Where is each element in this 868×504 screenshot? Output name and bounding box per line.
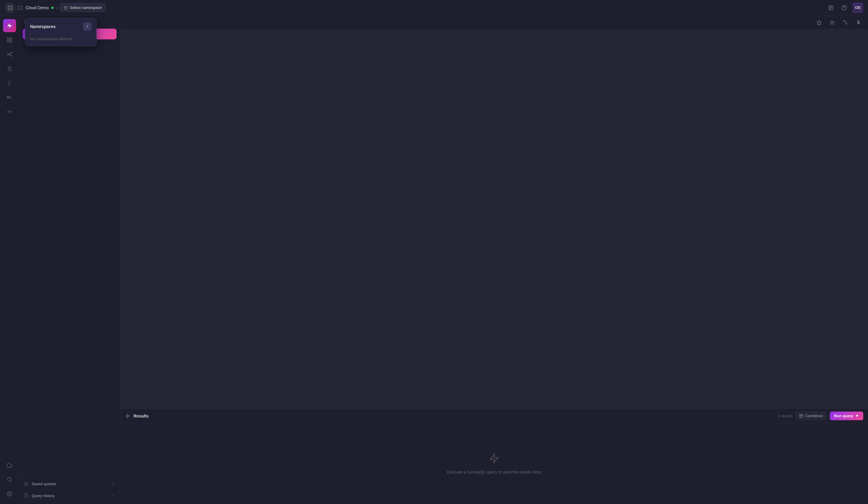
topbar-left: Cloud Demo › Select namespace	[5, 2, 105, 13]
svg-line-15	[8, 53, 10, 54]
project-name: Cloud Demo	[18, 6, 54, 10]
results-count: 0 results	[778, 414, 792, 418]
results-empty-icon	[489, 453, 499, 466]
namespaces-title: Namespaces	[30, 24, 56, 29]
grid-icon	[7, 37, 12, 43]
app-name-label: Cloud Demo	[25, 6, 49, 10]
combined-button[interactable]: Combined	[796, 412, 826, 420]
namespaces-dropdown-header: Namespaces +	[25, 18, 96, 34]
svg-point-13	[10, 52, 11, 53]
results-header: Results 0 results Combined Run query	[121, 409, 868, 423]
toolbar-wand-button[interactable]	[840, 18, 850, 28]
lock-icon	[7, 66, 12, 71]
topbar-help-button[interactable]	[839, 3, 849, 12]
saved-queries-star-icon	[24, 481, 29, 486]
toolbar-star-button[interactable]	[814, 18, 824, 28]
main-content: $ Results 0 results Combined	[121, 16, 868, 504]
bolt-icon	[7, 23, 12, 29]
saved-queries-chevron-icon	[111, 482, 115, 486]
sidebar-item-graph[interactable]	[3, 33, 16, 47]
results-panel: Results 0 results Combined Run query	[121, 409, 868, 504]
query-history-item[interactable]: Query history	[19, 490, 120, 502]
svg-rect-8	[7, 38, 9, 40]
add-namespace-button[interactable]: +	[83, 22, 92, 31]
svg-marker-24	[24, 482, 28, 485]
settings-icon	[7, 491, 12, 496]
svg-rect-31	[800, 414, 803, 417]
explorer-icon	[7, 51, 12, 57]
combined-list-icon	[799, 414, 803, 418]
svg-line-19	[10, 481, 11, 481]
namespace-icon	[64, 6, 68, 10]
saved-queries-item[interactable]: Saved queries	[19, 478, 120, 490]
toolbar-list-icon	[829, 20, 835, 26]
query-icon	[828, 5, 834, 10]
sidebar-item-ml[interactable]: ML	[3, 91, 16, 104]
sidebar-item-queries[interactable]	[3, 19, 16, 32]
sidebar-item-auth[interactable]	[3, 62, 16, 75]
run-query-button[interactable]: Run query	[830, 412, 863, 420]
results-bolt-icon	[125, 414, 130, 419]
help-icon	[841, 5, 847, 10]
svg-line-16	[8, 54, 10, 56]
query-editor[interactable]	[121, 30, 868, 409]
sidebar-item-cloud[interactable]	[3, 459, 16, 472]
svg-marker-26	[817, 20, 822, 24]
add-namespace-icon: +	[86, 24, 89, 29]
main-layout: ƒ ML </>	[0, 16, 868, 504]
query-history-label: Query history	[32, 494, 54, 498]
user-initials: OE	[855, 6, 861, 10]
svg-rect-17	[8, 68, 11, 71]
sidebar-content	[19, 43, 120, 475]
left-nav: ƒ ML </>	[0, 16, 19, 504]
sidebar-item-functions[interactable]: ƒ	[3, 76, 16, 90]
svg-rect-2	[8, 8, 10, 10]
topbar-right: OE	[826, 2, 863, 13]
svg-rect-11	[10, 41, 12, 42]
avatar-icon	[5, 2, 16, 13]
results-body: Execute a SurrealQL query to view the re…	[121, 423, 868, 504]
run-query-label: Run query	[834, 414, 853, 418]
sidebar-item-api[interactable]: </>	[3, 105, 16, 118]
search-icon	[7, 477, 12, 482]
cloud-icon	[7, 462, 12, 468]
toolbar-star-icon	[816, 20, 822, 26]
svg-rect-5	[64, 6, 68, 9]
svg-rect-1	[10, 5, 12, 7]
toolbar-list-button[interactable]	[827, 18, 837, 28]
svg-line-30	[844, 21, 847, 24]
select-namespace-button[interactable]: Select namespace	[60, 3, 105, 12]
query-toolbar: $	[121, 16, 868, 30]
sidebar-item-search[interactable]	[3, 473, 16, 486]
sidebar-item-settings[interactable]	[3, 487, 16, 501]
svg-rect-3	[10, 8, 12, 10]
topbar-query-icon-button[interactable]	[826, 3, 836, 12]
svg-point-14	[10, 55, 11, 57]
sidebar-item-explorer[interactable]	[3, 48, 16, 61]
select-namespace-label: Select namespace	[70, 6, 102, 10]
saved-queries-label: Saved queries	[32, 482, 56, 486]
results-empty-text: Execute a SurrealQL query to view the re…	[447, 470, 541, 474]
svg-rect-9	[10, 38, 12, 40]
toolbar-dollar-button[interactable]: $	[854, 18, 863, 28]
svg-point-12	[7, 54, 8, 55]
svg-rect-0	[8, 5, 10, 7]
sidebar: Queries 1 New query Saved queries	[19, 16, 121, 504]
run-query-filter-icon	[855, 414, 859, 418]
results-title: Results	[134, 414, 149, 419]
code-icon: </>	[7, 110, 11, 113]
namespaces-empty-message: No namespaces defined	[25, 34, 96, 46]
svg-point-20	[9, 493, 10, 495]
namespaces-dropdown: Namespaces + No namespaces defined	[25, 18, 96, 46]
svg-rect-10	[7, 41, 9, 42]
empty-bolt-icon	[489, 453, 499, 464]
sidebar-bottom: Saved queries Query history	[19, 475, 120, 504]
function-icon: ƒ	[8, 80, 11, 86]
ml-label: ML	[7, 95, 12, 99]
query-history-chevron-icon	[111, 494, 115, 498]
breadcrumb-separator: ›	[56, 5, 58, 10]
topbar: Cloud Demo › Select namespace OE	[0, 0, 868, 16]
user-badge[interactable]: OE	[852, 2, 863, 13]
toolbar-wand-icon	[843, 20, 848, 26]
query-history-clock-icon	[24, 493, 29, 498]
